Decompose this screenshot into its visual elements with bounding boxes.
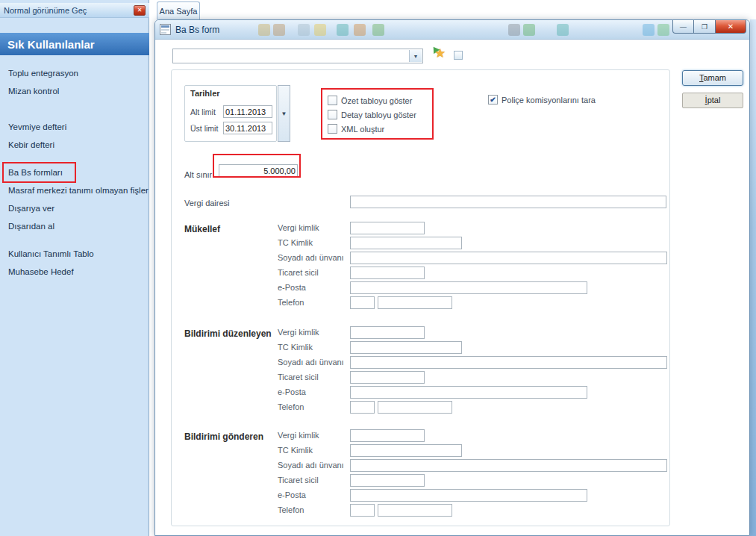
dialog-ba-bs-form: Ba Bs form — ❐ ✕ ▼ ★ Tarihler <box>154 19 750 536</box>
combobox-dropdown-button[interactable]: ▼ <box>409 50 422 62</box>
small-toggle-box[interactable] <box>454 51 463 60</box>
field-input[interactable] <box>350 281 587 294</box>
field-label: Telefon <box>278 401 350 411</box>
toolbar-ghost-icon <box>273 24 285 36</box>
dialog-titlebar[interactable]: Ba Bs form — ❐ ✕ <box>155 20 749 40</box>
toolbar-ghost-icon <box>258 24 270 36</box>
field-label: Ticaret sicil <box>278 371 350 381</box>
field-input[interactable] <box>350 504 375 517</box>
sidebar-title: Normal görünüme Geç <box>4 6 87 15</box>
field-input[interactable] <box>350 429 425 442</box>
sidebar: Normal görünüme Geç ✕ Sık Kullanılanlar … <box>0 0 149 536</box>
field-input[interactable] <box>378 504 452 517</box>
toolbar-ghost-icon <box>557 24 569 36</box>
sidebar-item[interactable]: Yevmiye defteri <box>0 118 149 136</box>
field-input[interactable] <box>350 267 425 279</box>
toolbar-ghost-icon <box>372 24 384 36</box>
field-input[interactable] <box>350 386 587 399</box>
field-label: Soyadı adı ünvanı <box>278 356 350 367</box>
field-input[interactable] <box>350 371 425 384</box>
filter-combobox[interactable]: ▼ <box>172 49 423 63</box>
minimize-button[interactable]: — <box>672 20 694 34</box>
field-input[interactable] <box>350 296 375 309</box>
sidebar-item[interactable]: Kullanıcı Tanımlı Tablo <box>0 245 149 263</box>
field-label: TC Kimlik <box>278 341 350 352</box>
toolbar-ghost-icon <box>643 24 655 36</box>
toolbar-ghost-icon <box>354 24 366 36</box>
star-icon: ★ <box>434 46 446 61</box>
sidebar-item[interactable]: Masraf merkezi tanımı olmayan fişler <box>0 181 149 199</box>
toolbar-ghost-icon <box>314 24 326 36</box>
sidebar-item[interactable]: Muhasebe Hedef <box>0 263 149 281</box>
sidebar-item[interactable]: Mizan kontrol <box>0 82 149 100</box>
field-label: Vergi kimlik <box>278 326 350 337</box>
window-edge <box>750 19 756 536</box>
field-label: e-Posta <box>278 386 350 396</box>
field-input[interactable] <box>350 341 462 354</box>
sidebar-item-ba-bs-formlari[interactable]: Ba Bs formları <box>0 163 149 181</box>
field-input[interactable] <box>350 459 667 472</box>
ok-button[interactable]: Tamam <box>682 70 743 86</box>
cancel-button[interactable]: İptal <box>682 93 743 108</box>
sidebar-items: Toplu entegrasyonMizan kontrolYevmiye de… <box>0 64 149 281</box>
sidebar-item[interactable]: Dışarıdan al <box>0 217 149 235</box>
form-sections: MükellefVergi kimlikTC KimlikSoyadı adı … <box>172 70 669 526</box>
dialog-icon <box>160 24 171 35</box>
field-input[interactable] <box>350 474 425 487</box>
maximize-button[interactable]: ❐ <box>694 20 716 34</box>
tab-ana-sayfa[interactable]: Ana Sayfa <box>157 1 200 19</box>
field-label: Ticaret sicil <box>278 474 350 484</box>
sidebar-item[interactable]: Toplu entegrasyon <box>0 64 149 82</box>
sidebar-item[interactable]: Kebir defteri <box>0 136 149 154</box>
app-window: Normal görünüme Geç ✕ Sık Kullanılanlar … <box>0 0 756 536</box>
favorites-star-button[interactable]: ★ <box>433 46 449 62</box>
toolbar-ghost-icon <box>508 24 520 36</box>
field-input[interactable] <box>350 356 667 369</box>
field-label: e-Posta <box>278 489 350 499</box>
dialog-title: Ba Bs form <box>175 25 219 35</box>
sidebar-titlebar: Normal görünüme Geç ✕ <box>0 3 149 18</box>
field-label: Vergi kimlik <box>278 222 350 232</box>
field-input[interactable] <box>350 237 462 249</box>
dropdown-arrow-icon: ▼ <box>413 54 419 59</box>
field-input[interactable] <box>378 296 452 309</box>
sidebar-close-button[interactable]: ✕ <box>134 5 146 16</box>
close-icon: ✕ <box>137 7 143 13</box>
close-button[interactable]: ✕ <box>716 20 746 34</box>
sidebar-header-title: Sık Kullanılanlar <box>0 33 149 55</box>
toolbar-ghost-icon <box>523 24 535 36</box>
field-input[interactable] <box>350 401 375 414</box>
minimize-icon: — <box>680 23 687 31</box>
section-title: Bildirimi gönderen <box>184 431 263 442</box>
field-label: Ticaret sicil <box>278 267 350 277</box>
field-input[interactable] <box>350 489 587 502</box>
field-input[interactable] <box>350 252 667 264</box>
toolbar-ghost-icon <box>298 24 310 36</box>
sidebar-item[interactable]: Dışarıya ver <box>0 199 149 217</box>
close-icon: ✕ <box>728 22 734 31</box>
field-label: Telefon <box>278 296 350 307</box>
field-label: TC Kimlik <box>278 444 350 455</box>
field-input[interactable] <box>350 444 462 457</box>
form-groupbox: Tarihler Alt limit Üst limit ▼ Özet tabl… <box>171 69 670 526</box>
field-input[interactable] <box>350 222 425 234</box>
toolbar-ghost-icon <box>337 24 349 36</box>
field-label: Soyadı adı ünvanı <box>278 459 350 470</box>
window-buttons: — ❐ ✕ <box>672 20 746 34</box>
field-input[interactable] <box>378 401 452 414</box>
field-input[interactable] <box>350 326 425 339</box>
field-label: Soyadı adı ünvanı <box>278 252 350 262</box>
section-title: Mükellef <box>184 224 220 234</box>
field-label: Vergi kimlik <box>278 429 350 440</box>
toolbar-ghost-icon <box>657 24 669 36</box>
field-label: Telefon <box>278 504 350 514</box>
tab-label: Ana Sayfa <box>160 7 198 16</box>
section-title: Bildirimi düzenleyen <box>184 328 272 339</box>
dialog-client: ▼ ★ Tarihler Alt limit Üst limit <box>155 40 749 535</box>
field-label: TC Kimlik <box>278 237 350 247</box>
ghost-icons <box>155 20 749 39</box>
field-label: e-Posta <box>278 281 350 292</box>
maximize-icon: ❐ <box>702 23 707 31</box>
